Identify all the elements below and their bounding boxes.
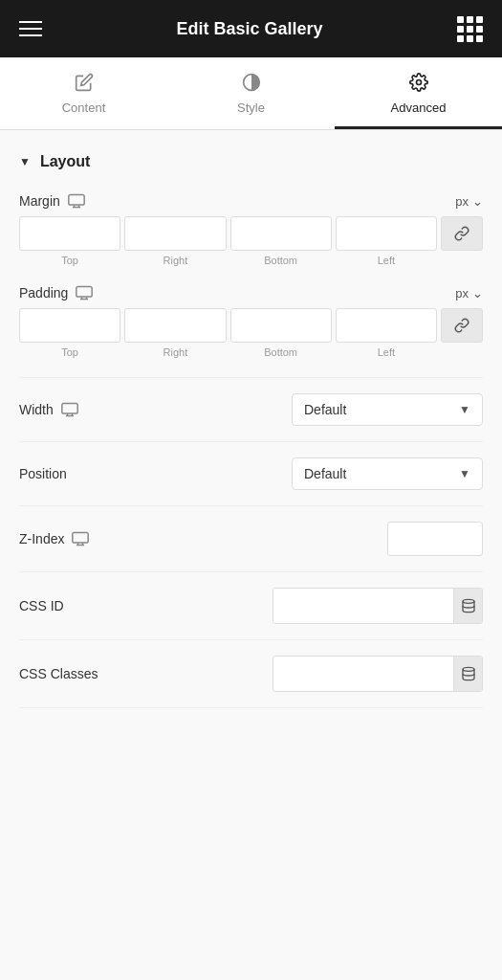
z-index-row: Z-Index [19, 506, 483, 572]
tab-advanced-label: Advanced [391, 100, 447, 115]
tab-style-label: Style [237, 100, 265, 115]
margin-left-label: Left [336, 255, 437, 266]
css-classes-label: CSS Classes [19, 666, 98, 681]
layout-section-header: ▼ Layout [19, 153, 483, 170]
layout-section-title: Layout [40, 153, 90, 170]
z-index-label: Z-Index [19, 531, 89, 546]
margin-label-row: Margin px ⌄ [19, 193, 483, 209]
stack-icon-css-classes [461, 666, 476, 681]
link-icon-padding [454, 318, 469, 333]
stack-icon-css-id [461, 598, 476, 613]
margin-right-input[interactable] [124, 216, 226, 251]
padding-right-label: Right [124, 346, 226, 358]
gear-icon [409, 73, 428, 95]
margin-bottom-label: Bottom [230, 255, 332, 266]
padding-left-input[interactable] [336, 308, 437, 343]
monitor-icon-width [61, 402, 78, 417]
svg-rect-2 [69, 194, 84, 205]
tab-style[interactable]: Style [167, 57, 335, 129]
padding-input-labels: Top Right Bottom Left [19, 346, 483, 358]
padding-right-input[interactable] [124, 308, 226, 343]
monitor-icon-padding [76, 285, 93, 301]
margin-top-label: Top [19, 255, 120, 266]
page-title: Edit Basic Gallery [176, 19, 322, 39]
svg-rect-6 [76, 286, 92, 297]
svg-point-18 [463, 599, 474, 603]
padding-left-label: Left [336, 346, 437, 358]
position-dropdown-arrow: ▼ [459, 467, 470, 480]
css-id-row: CSS ID [19, 572, 483, 640]
padding-label: Padding [19, 285, 93, 301]
margin-unit-text: px [455, 194, 469, 209]
css-classes-stack-button[interactable] [453, 657, 482, 691]
svg-point-19 [463, 667, 474, 671]
link-icon-margin [454, 226, 469, 241]
svg-rect-14 [73, 532, 88, 543]
padding-label-text: Padding [19, 285, 68, 301]
css-id-input-group [273, 588, 483, 624]
margin-input-labels: Top Right Bottom Left [19, 255, 483, 266]
position-label: Position [19, 466, 67, 481]
position-dropdown[interactable]: Default ▼ [292, 457, 483, 490]
margin-unit-chevron: ⌄ [472, 194, 483, 209]
margin-left-input[interactable] [336, 216, 437, 251]
css-id-label: CSS ID [19, 598, 64, 613]
css-classes-row: CSS Classes [19, 640, 483, 708]
padding-input-grid [19, 308, 483, 343]
main-content: ▼ Layout Margin px ⌄ [0, 130, 502, 980]
css-id-input[interactable] [273, 589, 453, 623]
padding-label-row: Padding px ⌄ [19, 285, 483, 301]
width-dropdown[interactable]: Default ▼ [292, 393, 483, 426]
margin-link-button[interactable] [441, 216, 483, 251]
padding-unit-chevron: ⌄ [472, 286, 483, 301]
position-value: Default [304, 466, 346, 481]
margin-right-label: Right [124, 255, 226, 266]
monitor-icon-margin [68, 193, 85, 209]
header: Edit Basic Gallery [0, 0, 502, 57]
padding-top-label: Top [19, 346, 120, 358]
style-icon [242, 73, 261, 95]
hamburger-icon[interactable] [19, 21, 42, 36]
svg-point-1 [416, 80, 421, 85]
margin-row: Margin px ⌄ [19, 193, 483, 266]
margin-label: Margin [19, 193, 85, 209]
margin-top-input[interactable] [19, 216, 120, 251]
width-dropdown-arrow: ▼ [459, 403, 470, 416]
width-label-text: Width [19, 402, 54, 417]
padding-top-input[interactable] [19, 308, 120, 343]
tab-content-label: Content [62, 100, 106, 115]
padding-link-button[interactable] [441, 308, 483, 343]
tab-content[interactable]: Content [0, 57, 167, 129]
margin-bottom-input[interactable] [230, 216, 332, 251]
css-classes-input-group [273, 656, 483, 692]
padding-bottom-label: Bottom [230, 346, 332, 358]
apps-icon[interactable] [457, 16, 483, 42]
section-collapse-arrow[interactable]: ▼ [19, 155, 31, 168]
width-label: Width [19, 402, 78, 417]
pencil-icon [75, 73, 94, 95]
padding-unit-selector[interactable]: px ⌄ [455, 286, 483, 301]
tab-advanced[interactable]: Advanced [335, 57, 502, 129]
position-row: Position Default ▼ [19, 442, 483, 506]
z-index-input[interactable] [387, 522, 483, 556]
width-value: Default [304, 402, 346, 417]
css-classes-input[interactable] [273, 657, 453, 691]
width-row: Width Default ▼ [19, 377, 483, 442]
z-index-label-text: Z-Index [19, 531, 64, 546]
svg-rect-10 [62, 403, 77, 413]
margin-label-text: Margin [19, 193, 60, 209]
margin-unit-selector[interactable]: px ⌄ [455, 194, 483, 209]
margin-input-grid [19, 216, 483, 251]
monitor-icon-zindex [72, 531, 89, 546]
css-id-stack-button[interactable] [453, 589, 482, 623]
padding-unit-text: px [455, 286, 469, 301]
padding-row: Padding px ⌄ [19, 285, 483, 358]
tab-bar: Content Style Advanced [0, 57, 502, 130]
padding-bottom-input[interactable] [230, 308, 332, 343]
